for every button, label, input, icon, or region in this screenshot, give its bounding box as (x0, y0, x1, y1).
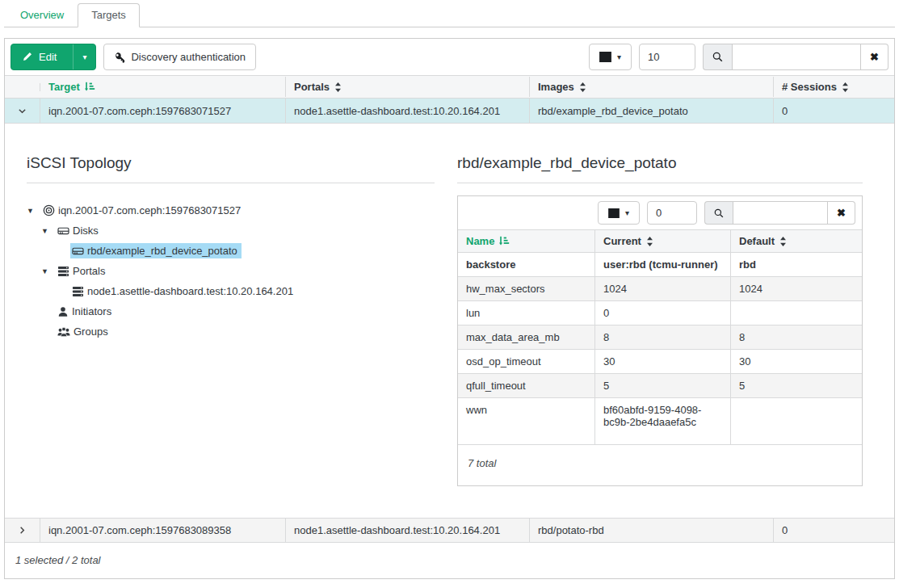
targets-table-header: Target Portals Images # Sessions (5, 75, 894, 99)
clear-search-button[interactable]: ✖ (861, 44, 888, 70)
x-icon: ✖ (870, 51, 879, 63)
column-header-default-label: Default (739, 235, 775, 247)
hdd-icon (57, 225, 69, 236)
tree-node-initiators[interactable]: Initiators (56, 304, 116, 319)
divider (457, 183, 863, 183)
column-selector-button[interactable]: ▾ (598, 201, 640, 225)
cell-name: wwn (458, 398, 595, 444)
tree-item-target: ▼ iqn.2001-07.com.ceph:1597683071527 (27, 200, 457, 220)
column-selector-button[interactable]: ▾ (589, 44, 632, 70)
chevron-right-icon (18, 526, 27, 535)
table-row[interactable]: iqn.2001-07.com.ceph:1597683071527 node1… (5, 99, 894, 123)
tree-caret-icon[interactable]: ▼ (27, 207, 41, 215)
clear-search-button[interactable]: ✖ (828, 201, 855, 225)
table-row[interactable]: iqn.2001-07.com.ceph:1597683089358 node1… (5, 518, 894, 542)
search-icon (703, 44, 732, 70)
row-expander[interactable] (5, 99, 40, 123)
tree-item-initiators: Initiators (27, 301, 457, 321)
caret-down-icon: ▾ (82, 53, 86, 61)
cell-portals: node1.asettle-dashboard.test:10.20.164.2… (286, 519, 530, 542)
search-icon (704, 201, 733, 225)
tree-item-portal: node1.asettle-dashboard.test:10.20.164.2… (27, 281, 457, 301)
expander-column-header (5, 83, 40, 91)
tab-overview[interactable]: Overview (6, 3, 78, 27)
settings-row: lun 0 (458, 301, 862, 326)
cell-default (731, 398, 862, 444)
settings-row: max_data_area_mb 8 8 (458, 326, 862, 350)
column-header-default[interactable]: Default (731, 230, 862, 252)
tree-item-disks: ▼ Disks (27, 220, 457, 241)
column-header-sessions-label: # Sessions (782, 81, 837, 93)
tree-node-portals[interactable]: Portals (56, 263, 109, 279)
cell-target: iqn.2001-07.com.ceph:1597683071527 (40, 99, 286, 123)
column-header-name[interactable]: Name (458, 230, 595, 252)
tree-node-disk-selected[interactable]: rbd/example_rbd_device_potato (70, 243, 242, 258)
cell-name: hw_max_sectors (458, 277, 595, 300)
tree-node-label: Disks (73, 225, 99, 237)
search-group: ✖ (703, 44, 888, 70)
cell-default: 1024 (731, 277, 862, 300)
settings-row: qfull_timeout 5 5 (458, 374, 862, 398)
cell-name: max_data_area_mb (458, 326, 595, 349)
tree-node-groups[interactable]: Groups (56, 324, 112, 339)
cell-current: 1024 (595, 277, 731, 300)
cell-sessions: 0 (774, 99, 894, 123)
column-header-current[interactable]: Current (595, 230, 731, 252)
tree-node-portal[interactable]: node1.asettle-dashboard.test:10.20.164.2… (70, 284, 297, 299)
tab-targets[interactable]: Targets (78, 3, 140, 27)
cell-portals: node1.asettle-dashboard.test:10.20.164.2… (286, 99, 530, 123)
tree-node-label: Initiators (72, 305, 111, 317)
search-input[interactable] (732, 44, 861, 70)
x-icon: ✖ (837, 207, 846, 219)
table-grid-icon (599, 52, 611, 62)
cell-images: rbd/example_rbd_device_potato (530, 99, 774, 123)
cell-default: 5 (731, 374, 862, 397)
row-expander[interactable] (5, 519, 40, 542)
edit-dropdown-toggle[interactable]: ▾ (73, 44, 95, 70)
image-table-toolbar: ▾ ✖ (458, 196, 862, 229)
cell-default: 8 (731, 326, 862, 349)
server-icon (72, 286, 84, 297)
settings-row: wwn bf60abfd-9159-4098-bc9b-2be4daaefa5c (458, 398, 862, 445)
table-grid-icon (608, 208, 620, 218)
tree-node-disks[interactable]: Disks (56, 223, 103, 238)
tree-item-portals: ▼ Portals (27, 261, 457, 281)
sort-amount-icon (499, 236, 510, 246)
tree-caret-icon[interactable]: ▼ (41, 227, 56, 235)
cell-default: rbd (731, 253, 862, 276)
cell-name: backstore (458, 253, 595, 276)
table-selection-summary: 1 selected / 2 total (5, 542, 894, 578)
cell-current: 8 (595, 326, 731, 349)
tree-node-target[interactable]: iqn.2001-07.com.ceph:1597683071527 (41, 203, 245, 218)
tree-node-label: iqn.2001-07.com.ceph:1597683071527 (58, 204, 241, 216)
tree-node-label: Portals (73, 265, 105, 277)
search-input[interactable] (733, 201, 828, 225)
column-header-images[interactable]: Images (530, 77, 774, 97)
image-detail-title: rbd/example_rbd_device_potato (457, 154, 863, 172)
column-header-portals[interactable]: Portals (286, 77, 530, 97)
page-size-input[interactable] (647, 201, 697, 225)
column-header-name-label: Name (466, 235, 494, 247)
column-header-images-label: Images (538, 81, 574, 93)
settings-table-header: Name Current Default (458, 229, 862, 253)
cell-name: qfull_timeout (458, 374, 595, 397)
tree-item-groups: Groups (27, 321, 457, 342)
cell-current: bf60abfd-9159-4098-bc9b-2be4daaefa5c (595, 398, 731, 444)
discovery-authentication-button[interactable]: Discovery authentication (103, 44, 256, 70)
cell-name: lun (458, 301, 595, 325)
hdd-icon (72, 246, 84, 256)
server-icon (57, 266, 69, 277)
settings-row: hw_max_sectors 1024 1024 (458, 277, 862, 301)
page-size-input[interactable] (639, 44, 695, 70)
column-header-target[interactable]: Target (40, 77, 286, 97)
cell-current: user:rbd (tcmu-runner) (595, 253, 731, 276)
tree-caret-icon[interactable]: ▼ (41, 267, 56, 275)
column-header-target-label: Target (48, 81, 80, 93)
tree-node-label: node1.asettle-dashboard.test:10.20.164.2… (87, 285, 293, 297)
cell-images: rbd/potato-rbd (530, 519, 774, 542)
edit-split-button[interactable]: Edit ▾ (11, 44, 96, 70)
divider (27, 183, 435, 183)
topology-title: iSCSI Topology (27, 154, 457, 172)
users-icon (57, 326, 70, 338)
column-header-sessions[interactable]: # Sessions (774, 77, 894, 97)
